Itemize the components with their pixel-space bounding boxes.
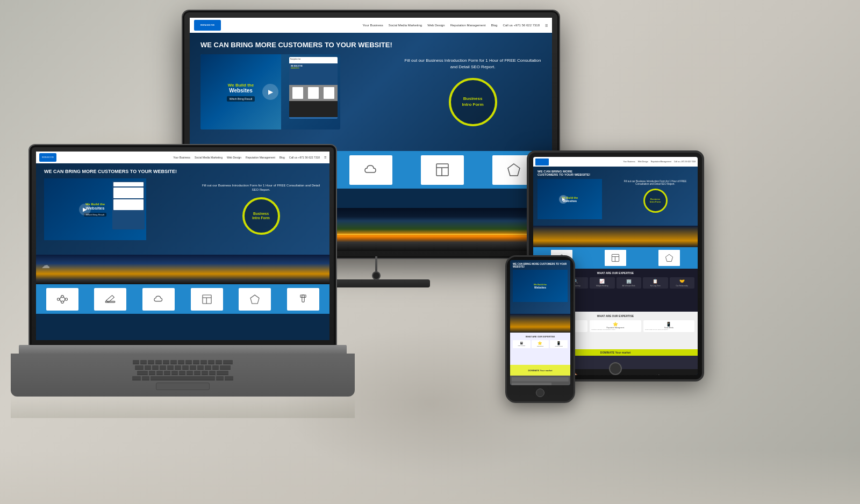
- exp-icon-rep: ⭐: [591, 322, 639, 327]
- laptop-circle-line2: Intro Form: [252, 216, 270, 220]
- t-nav-3: Reputation Management: [651, 161, 671, 163]
- key: [182, 365, 189, 370]
- laptop-circle-line1: Business: [253, 212, 269, 216]
- phone-gray-section: [510, 376, 570, 385]
- feature-label-house: All In-House Work: [622, 285, 635, 287]
- laptop-device: RISTA SEO FZE Your Business Social Media…: [30, 145, 433, 424]
- tablet-feature-inhouse: 🏢 All In-House Work: [617, 277, 642, 289]
- tablet-circle-line2: Intro Form: [650, 200, 661, 203]
- key: [212, 365, 219, 370]
- key: [190, 365, 196, 370]
- laptop-circle-btn[interactable]: Business Intro Form: [242, 197, 280, 235]
- keyboard-row-4: [132, 376, 233, 380]
- phone-we-build: We Build the: [534, 283, 547, 286]
- key-rctrl: [225, 376, 233, 380]
- video-text: We Build the Websites Which Bring Result: [227, 83, 255, 102]
- l-nav-5: Blog: [280, 156, 285, 159]
- phone-exp-label-3: Social Media: [551, 345, 567, 347]
- monitor-play-btn[interactable]: ▶: [262, 84, 278, 100]
- key: [179, 371, 185, 375]
- exp-desc-social: Social Media not only gives us visibilit…: [645, 329, 693, 330]
- t-nav-1: Your Business: [623, 161, 635, 163]
- key: [133, 360, 139, 364]
- tablet-hero-left: WE CAN BRING MORECUSTOMERS TO YOUR WEBSI…: [538, 170, 614, 222]
- laptop-logo: RISTA SEO FZE: [39, 153, 56, 162]
- tablet-exp-social: 📱 Social Media Social Media not only giv…: [643, 320, 694, 332]
- svg-line-19: [63, 296, 65, 299]
- laptop-icon-diamond: [239, 288, 271, 311]
- laptop-play-btn[interactable]: ▶: [79, 204, 91, 215]
- key: [167, 365, 174, 370]
- svg-line-20: [63, 299, 65, 302]
- phone-section: WHAT ARE OUR EXPERTISE 🖥 Web Design ⭐ Re…: [510, 333, 570, 365]
- tablet-feature-ranking: 📈 Multiple Ranking: [590, 277, 615, 289]
- exp-icon-social: 📱: [645, 322, 693, 327]
- monitor-circle-btn[interactable]: Business Intro Form: [449, 78, 497, 126]
- key-wide: [223, 360, 233, 364]
- tablet-circle-btn[interactable]: Business Intro Form: [643, 189, 668, 213]
- svg-point-16: [65, 298, 67, 300]
- phone-bar-1: [512, 377, 569, 381]
- t-nav-4: Call us +971 56 622 7318: [674, 161, 696, 163]
- laptop-preview-cards: [112, 181, 145, 229]
- tablet-back-btn[interactable]: ↩: [655, 373, 660, 375]
- key: [187, 371, 193, 375]
- monitor-nav: RISTA SEO FZE Your Business Social Media…: [190, 18, 552, 33]
- tablet-feature-relation: 🤝 Our Relationship: [670, 277, 695, 289]
- tablet-play-btn[interactable]: ▶: [559, 195, 568, 204]
- key: [152, 365, 159, 370]
- laptop-reflection: [11, 397, 355, 418]
- svg-line-21: [60, 299, 61, 302]
- laptop-hero-right: Fill out our Business Introduction Form …: [200, 169, 321, 249]
- phone-exp-grid: 🖥 Web Design ⭐ Reputation 📱 Social Media: [513, 340, 568, 348]
- feature-icon-house: 🏢: [626, 279, 632, 284]
- phone-exp-icon-3: 📱: [551, 341, 567, 345]
- svg-rect-37: [612, 254, 619, 261]
- laptop-city: ☁: [36, 255, 329, 284]
- phone-screen: WE CAN BRING MORE CUSTOMERS TO YOUR WEBS…: [510, 260, 570, 385]
- key: [148, 360, 154, 364]
- key-ralt: [216, 376, 224, 380]
- phone-video-text: We Build the Websites: [534, 283, 547, 289]
- monitor-video-thumb: Web Design Dubai | Rista SEO FZE Navigat…: [200, 54, 340, 129]
- tablet-nav-links: Your Business Web Design Reputation Mana…: [623, 161, 696, 163]
- laptop-hero: WE CAN BRING MORE CUSTOMERS TO YOUR WEBS…: [36, 163, 329, 255]
- svg-rect-10: [436, 164, 448, 176]
- key: [149, 371, 155, 375]
- feature-label-rank: Multiple Ranking: [596, 285, 608, 287]
- key: [155, 360, 162, 364]
- phone-websites: Websites: [534, 286, 547, 289]
- laptop-icon-layout: [191, 288, 223, 311]
- svg-point-14: [57, 298, 59, 300]
- key: [209, 371, 216, 375]
- tablet-video-thumb: Web Design Dubai | Rista SEO FZE We Buil…: [538, 179, 602, 219]
- tablet-cta-text: Fill out our Business Introduction Form …: [617, 180, 693, 185]
- key: [140, 360, 147, 364]
- laptop-icon-cloud: [142, 288, 175, 311]
- preview-feature-1: [292, 87, 303, 99]
- svg-point-15: [61, 295, 63, 297]
- tablet-physical-home[interactable]: [609, 362, 622, 375]
- phone-bar-2: [512, 383, 551, 385]
- laptop-keyboard: [11, 354, 355, 397]
- preview-features: [289, 85, 338, 101]
- preview-feature-3: [324, 87, 334, 99]
- laptop-screen-frame: RISTA SEO FZE Your Business Social Media…: [30, 145, 336, 347]
- svg-line-18: [60, 296, 61, 299]
- tablet-icon-3: [658, 250, 680, 266]
- key: [208, 360, 214, 364]
- key: [170, 360, 177, 364]
- key: [202, 371, 208, 375]
- nav-link-1: Your Business: [363, 24, 383, 27]
- preview-feature-2: [308, 87, 319, 99]
- feature-icon-rank: 📈: [599, 279, 605, 284]
- keyboard-row-1: [133, 360, 233, 364]
- video-we-build: We Build the: [227, 83, 255, 88]
- phone-device: WE CAN BRING MORE CUSTOMERS TO YOUR WEBS…: [505, 255, 580, 411]
- phone-physical-home[interactable]: [536, 388, 544, 397]
- laptop-icon-pencil: [94, 288, 126, 311]
- feature-label-nolong: No Long Term: [650, 285, 661, 287]
- nav-link-5: Blog: [491, 24, 497, 27]
- svg-rect-28: [302, 294, 304, 301]
- tablet-hero-title: WE CAN BRING MORECUSTOMERS TO YOUR WEBSI…: [538, 170, 614, 176]
